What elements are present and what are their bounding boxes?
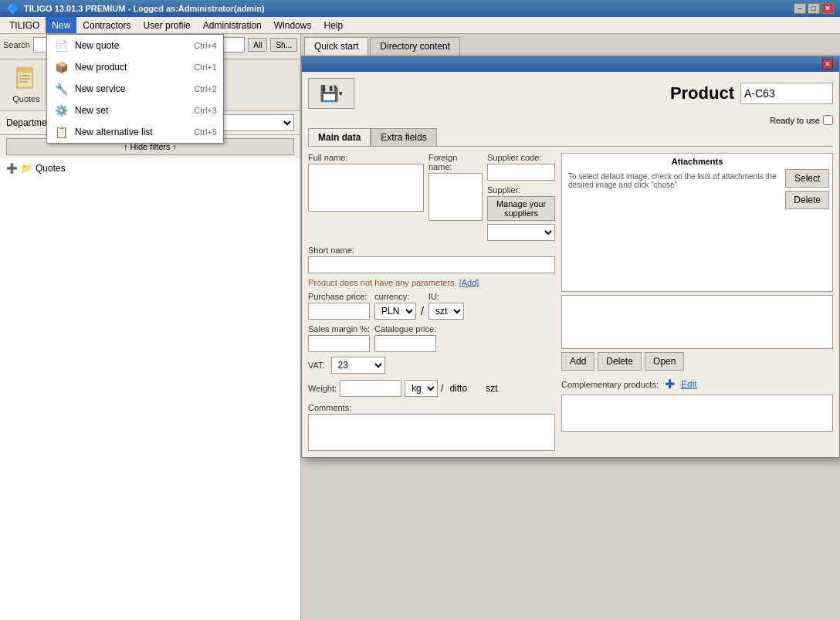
menu-help[interactable]: Help bbox=[317, 17, 349, 33]
dialog-tabs: Main data Extra fields bbox=[308, 128, 833, 147]
menu-contractors[interactable]: Contractors bbox=[76, 17, 137, 33]
currency-label: currency: bbox=[374, 292, 416, 301]
tab-bar: Quick start Directory content bbox=[301, 34, 840, 56]
open-button[interactable]: Open bbox=[645, 352, 684, 371]
dialog-body: 💾 ▾ Product Ready to use Main data bbox=[302, 72, 839, 457]
full-name-field: Full name: bbox=[308, 153, 424, 241]
new-product-shortcut: Ctrl+1 bbox=[194, 63, 217, 72]
menu-windows[interactable]: Windows bbox=[268, 17, 318, 33]
iu-label: IU: bbox=[428, 292, 464, 301]
catalogue-price-field: Catalogue price: bbox=[374, 324, 436, 352]
comments-label: Comments: bbox=[308, 403, 555, 412]
dialog-title-bar: ✕ bbox=[302, 56, 839, 72]
new-service-label: New service bbox=[75, 83, 188, 94]
product-code-input[interactable] bbox=[740, 83, 833, 104]
delete-button[interactable]: Delete bbox=[598, 352, 642, 371]
tree-item-quotes[interactable]: ➕ 📁 Quotes bbox=[3, 161, 297, 175]
complementary-label: Complementary products: bbox=[561, 380, 659, 389]
tree-folder-icon: 📁 bbox=[21, 163, 32, 174]
weight-unit-select[interactable]: kg bbox=[405, 380, 438, 397]
edit-complementary-link[interactable]: Edit bbox=[681, 379, 697, 390]
ready-to-use-label: Ready to use bbox=[770, 116, 820, 125]
supplier-code-label: Supplier code: bbox=[487, 153, 555, 162]
new-alternative-item[interactable]: 📋 New alternative list Ctrl+5 bbox=[47, 121, 223, 143]
image-preview bbox=[561, 295, 833, 349]
tab-quick-start[interactable]: Quick start bbox=[304, 37, 368, 56]
sales-margin-input[interactable] bbox=[308, 335, 370, 352]
attachments-desc: To select default image, check on the li… bbox=[565, 169, 781, 209]
minimize-button[interactable]: ─ bbox=[794, 3, 806, 14]
tab-directory-content[interactable]: Directory content bbox=[370, 37, 460, 56]
menu-bar: TILIGO New Contractors User profile Admi… bbox=[0, 17, 840, 34]
quotes-button[interactable]: Quotes bbox=[3, 63, 49, 107]
form-two-col: Full name: Foreign name: Supplier code: bbox=[308, 153, 833, 451]
set-icon: ⚙️ bbox=[53, 103, 69, 118]
iu-select[interactable]: szt bbox=[428, 303, 464, 320]
tree-view[interactable]: ➕ 📁 Quotes bbox=[0, 158, 300, 620]
menu-user-profile[interactable]: User profile bbox=[137, 17, 196, 33]
form-left-col: Full name: Foreign name: Supplier code: bbox=[308, 153, 555, 451]
attachments-main: To select default image, check on the li… bbox=[565, 169, 829, 209]
catalogue-price-input[interactable] bbox=[374, 335, 436, 352]
ready-to-use-checkbox[interactable] bbox=[823, 115, 833, 125]
name-row: Full name: Foreign name: Supplier code: bbox=[308, 153, 555, 241]
supplier-code-input[interactable] bbox=[487, 164, 555, 181]
ready-to-use-row: Ready to use bbox=[308, 115, 833, 125]
menu-administration[interactable]: Administration bbox=[197, 17, 268, 33]
margin-row: Sales margin %: Catalogue price: bbox=[308, 324, 555, 352]
short-name-field: Short name: bbox=[308, 246, 555, 273]
vat-select[interactable]: 23 bbox=[331, 357, 385, 374]
new-set-label: New set bbox=[75, 105, 188, 116]
all-button[interactable]: All bbox=[248, 38, 267, 52]
delete-attachment-button[interactable]: Delete bbox=[785, 191, 829, 209]
new-product-label: New product bbox=[75, 62, 188, 73]
add-complementary-button[interactable]: ✚ bbox=[665, 377, 675, 391]
currency-select[interactable]: PLN bbox=[374, 303, 416, 320]
complementary-input[interactable] bbox=[561, 395, 833, 432]
save-icon: 💾 bbox=[320, 84, 339, 103]
new-product-item[interactable]: 📦 New product Ctrl+1 bbox=[47, 56, 223, 78]
manage-suppliers-button[interactable]: Manage your suppliers bbox=[487, 196, 555, 221]
close-button[interactable]: ✕ bbox=[821, 3, 834, 14]
right-panel: Quick start Directory content ✕ 💾 ▾ bbox=[301, 34, 840, 620]
catalogue-price-label: Catalogue price: bbox=[374, 324, 436, 334]
product-title: Product bbox=[670, 83, 734, 103]
add-attachment-button[interactable]: Add bbox=[561, 352, 594, 371]
purchase-price-field: Purchase price: bbox=[308, 292, 370, 320]
menu-tiligo[interactable]: TILIGO bbox=[3, 17, 46, 33]
comments-input[interactable] bbox=[308, 414, 555, 451]
new-service-item[interactable]: 🔧 New service Ctrl+2 bbox=[47, 78, 223, 100]
menu-new[interactable]: New bbox=[46, 17, 76, 33]
short-name-input[interactable] bbox=[308, 256, 555, 273]
supplier-field: Supplier: Manage your suppliers bbox=[487, 185, 555, 241]
search-label: Search bbox=[3, 40, 30, 49]
weight-unit2: szt bbox=[486, 383, 497, 394]
select-button[interactable]: Select bbox=[785, 169, 829, 188]
weight-divider: / bbox=[441, 383, 443, 394]
new-quote-item[interactable]: 📄 New quote Ctrl+4 bbox=[47, 35, 223, 56]
maximize-button[interactable]: □ bbox=[808, 3, 820, 14]
product-header: 💾 ▾ Product bbox=[308, 78, 833, 109]
tab-main-data[interactable]: Main data bbox=[308, 128, 371, 146]
comments-field: Comments: bbox=[308, 403, 555, 451]
new-set-item[interactable]: ⚙️ New set Ctrl+3 bbox=[47, 100, 223, 121]
new-quote-label: New quote bbox=[75, 40, 188, 51]
save-button[interactable]: 💾 ▾ bbox=[308, 78, 354, 109]
attachment-buttons: Select Delete bbox=[785, 169, 829, 209]
purchase-price-input[interactable] bbox=[308, 303, 370, 320]
foreign-name-input[interactable] bbox=[428, 173, 483, 221]
shortcuts-button[interactable]: Sh... bbox=[270, 38, 297, 52]
foreign-name-label: Foreign name: bbox=[428, 153, 483, 171]
add-params-link[interactable]: [Add] bbox=[459, 278, 479, 287]
weight-input[interactable] bbox=[340, 380, 401, 397]
tab-extra-fields[interactable]: Extra fields bbox=[371, 128, 436, 146]
supplier-select[interactable] bbox=[487, 224, 555, 241]
app-title: TILIGO 13.01.3 PREMIUM - Logged as:Admin… bbox=[24, 4, 265, 13]
purchase-price-label: Purchase price: bbox=[308, 292, 370, 301]
params-row: Product does not have any parameters. [A… bbox=[308, 278, 555, 287]
supplier-section: Supplier code: Supplier: Manage your sup… bbox=[487, 153, 555, 241]
full-name-input[interactable] bbox=[308, 164, 424, 212]
quotes-label: Quotes bbox=[12, 94, 39, 103]
short-name-label: Short name: bbox=[308, 246, 555, 255]
dialog-close-button[interactable]: ✕ bbox=[822, 59, 833, 69]
